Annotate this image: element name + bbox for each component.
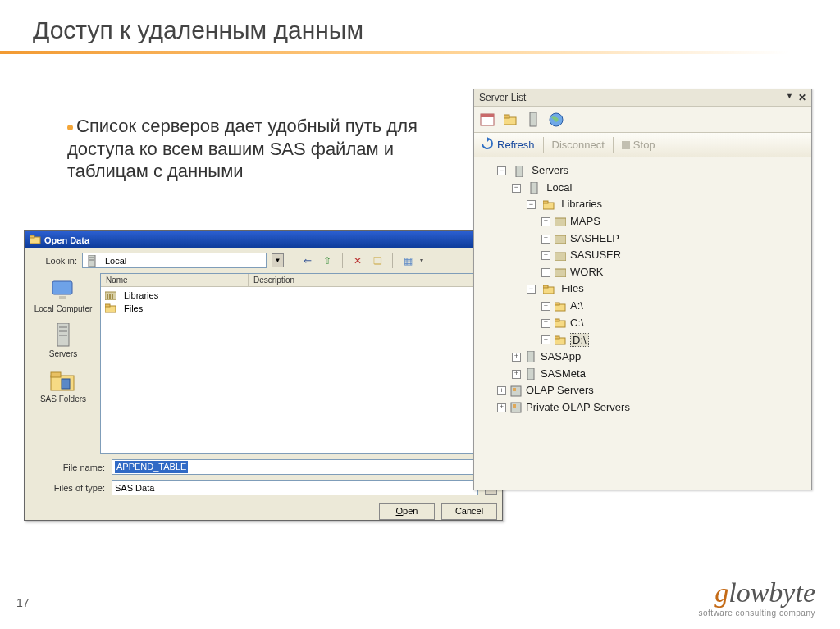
toggle-icon[interactable] [541,319,550,328]
tree-node-lib[interactable]: MAPS [541,213,805,230]
list-item[interactable]: Libraries [103,289,495,302]
refresh-icon [481,137,494,153]
folder-icon [554,301,567,312]
item-label: Files [124,303,143,313]
node-label: WORK [570,266,603,278]
slide-title: Доступ к удаленным данным [0,0,840,51]
toggle-icon[interactable] [497,386,506,395]
toggle-icon[interactable] [512,370,521,379]
toggle-icon[interactable] [512,353,521,362]
toggle-icon[interactable] [541,268,550,277]
svg-rect-24 [530,112,536,126]
divider-rule [0,51,840,54]
tree-node-drive[interactable]: C:\ [541,315,805,332]
node-label: A:\ [570,299,583,312]
new-folder-icon[interactable]: ❏ [370,253,385,268]
panel-title: Server List [479,92,526,103]
svg-rect-17 [112,294,113,299]
svg-rect-26 [516,166,523,177]
lookin-row: Look in: Local ▼ ⇐ ⇧ ✕ ❏ ▦ ▾ [25,248,502,273]
tree-node-libraries[interactable]: Libraries MAPS SASHELP SASUSER WORK [527,196,805,280]
folder-open-icon [30,235,41,246]
node-label: Local [546,181,572,194]
file-name-input[interactable]: APPEND_TABLE [112,459,478,475]
folder-toolbar-icon[interactable] [502,112,518,128]
svg-rect-16 [109,294,111,299]
toggle-icon[interactable] [541,302,550,311]
lookin-dropdown-arrow[interactable]: ▼ [272,253,284,267]
lookin-combo[interactable]: Local [82,253,267,268]
svg-rect-42 [527,351,534,362]
monitor-icon [48,278,78,303]
node-label: Private OLAP Servers [526,401,630,413]
tree-node-lib[interactable]: SASUSER [541,247,805,264]
delete-icon[interactable]: ✕ [350,253,365,268]
svg-rect-21 [481,114,494,117]
close-icon[interactable]: ✕ [798,92,806,103]
tree-node-sasmeta[interactable]: SASMeta [512,366,805,383]
place-sas-folders[interactable]: SAS Folders [30,368,97,403]
server-icon [85,255,98,267]
separator [392,253,393,268]
brand-logo: glowbyte software consulting company [699,577,815,618]
server-tree[interactable]: Servers Local Libraries MAPS [474,157,811,421]
calendar-icon[interactable] [479,112,495,128]
tree-node-private-olap[interactable]: Private OLAP Servers [497,399,805,417]
server-list-panel: Server List ▼ ✕ Refresh Disconnect Stop … [473,89,812,490]
globe-icon[interactable] [548,112,564,128]
toggle-icon[interactable] [541,235,550,244]
up-icon[interactable]: ⇧ [320,253,335,268]
tree-node-olap[interactable]: OLAP Servers [497,382,805,399]
tree-node-drive[interactable]: D:\ [541,331,805,349]
panel-titlebar[interactable]: Server List ▼ ✕ [474,89,811,107]
panel-actions: Refresh Disconnect Stop [474,133,811,157]
tree-node-local[interactable]: Local Libraries MAPS SASHELP SASUSER [512,180,805,349]
dialog-titlebar[interactable]: Open Data ✕ [25,231,502,248]
svg-rect-35 [543,285,548,288]
folder-icon [542,284,555,295]
stop-button: Stop [622,139,655,151]
list-body[interactable]: Libraries Files [101,287,496,453]
toggle-icon[interactable] [527,200,536,209]
view-icon[interactable]: ▦ [400,253,415,268]
toggle-icon[interactable] [541,251,550,260]
toggle-icon[interactable] [497,166,506,175]
dialog-footer: File name: APPEND_TABLE ▼ Files of type:… [25,457,502,525]
server-icon [48,323,78,348]
cancel-button[interactable]: Cancel [441,503,497,520]
tree-node-lib[interactable]: SASHELP [541,230,805,248]
place-local-computer[interactable]: Local Computer [30,278,97,313]
refresh-button[interactable]: Refresh [481,137,535,153]
toggle-icon[interactable] [497,403,506,412]
tree-node-lib[interactable]: WORK [541,264,805,281]
toggle-icon[interactable] [541,217,550,226]
col-desc-header[interactable]: Description [249,274,496,286]
separator [543,137,544,153]
node-label-selected: D:\ [570,333,589,347]
place-servers[interactable]: Servers [30,323,97,358]
back-icon[interactable]: ⇐ [300,253,315,268]
files-of-type-combo[interactable]: SAS Data [112,480,478,495]
toggle-icon[interactable] [512,184,521,193]
separator [342,253,343,268]
tree-node-servers[interactable]: Servers Local Libraries MAPS [497,162,805,382]
svg-rect-6 [59,296,66,299]
open-button[interactable]: Open [379,503,435,520]
tree-node-drive[interactable]: A:\ [541,298,805,315]
folder-icon [554,335,567,346]
server-icon [524,351,537,362]
chevron-down-icon[interactable]: ▼ [786,92,793,103]
library-icon [554,216,567,227]
svg-rect-15 [107,294,108,299]
logo-rest: lowbyte [728,577,815,608]
list-header: Name Description [101,274,496,287]
tree-node-files[interactable]: Files A:\ C:\ D:\ [527,280,805,349]
bullet-icon [67,125,73,130]
tree-node-sasapp[interactable]: SASApp [512,349,805,366]
toggle-icon[interactable] [541,335,550,344]
list-item[interactable]: Files [103,302,495,315]
toggle-icon[interactable] [527,285,536,294]
col-name-header[interactable]: Name [101,274,249,286]
server-toolbar-icon[interactable] [525,112,541,128]
node-label: OLAP Servers [526,385,594,397]
